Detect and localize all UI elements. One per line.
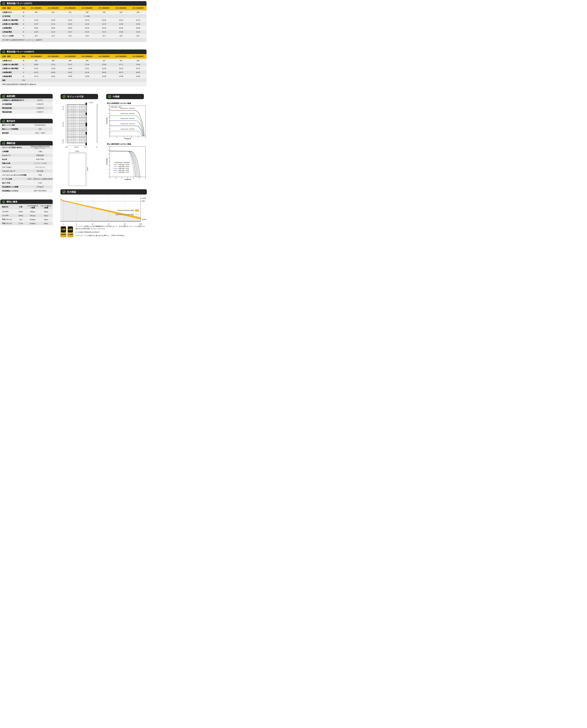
- row-label-small: (長さ×幅×高さ): [14, 147, 22, 148]
- cell-value: 50.60: [113, 27, 130, 29]
- table-row: モジュール寸法(長さ×幅×高さ)2246mmx1185mmx2.5mm（端子ボッ…: [0, 145, 53, 149]
- nmot-footnote: NMOT:放射照度800W/m²,環境温度20℃,風速1m/s: [0, 82, 146, 87]
- badge-years: 25年: [68, 226, 73, 232]
- table-row: ケーブル仕様4mm²，400mmまたは顧客仕様対応: [0, 177, 53, 181]
- iv-curve-chart-irradiance: 010203040500246810121416Voltage [V]Curre…: [106, 105, 146, 140]
- table-row: 公称動作セル最高温度(NMOT)41±2℃: [0, 98, 53, 102]
- row-label: ケーブル仕様: [0, 178, 27, 180]
- side-view-hook: [97, 105, 98, 105]
- value-text: 7.9kg: [38, 151, 42, 152]
- svg-text:20: 20: [123, 137, 125, 138]
- column-header: 単位: [20, 7, 28, 9]
- svg-text:Cells temp. = 40℃: Cells temp. = 40℃: [118, 168, 129, 169]
- row-value: EVA / POE: [27, 158, 53, 160]
- cell-value: 19.7: [96, 35, 113, 37]
- svg-text:10: 10: [92, 223, 93, 225]
- table-row: コンテナ40'HQ700 pcs70pcs: [0, 214, 53, 218]
- row-value: 41±2℃: [27, 99, 53, 101]
- cell-value: 41.89: [28, 19, 45, 21]
- cell-value: 45.90: [130, 71, 146, 73]
- value-text: 2246mmx1185mmx2.5mm: [31, 146, 49, 147]
- svg-text:6: 6: [109, 124, 109, 125]
- cell-value: 350pcs: [26, 211, 39, 212]
- value-text: 0.5m: [38, 182, 42, 184]
- svg-text:Cells temp. = 25℃: Cells temp. = 25℃: [111, 106, 121, 108]
- cell-value: 12.30: [78, 23, 96, 25]
- stc-section-header: 電気性能パラメータ(STC): [0, 1, 146, 6]
- section-header: 梱包と輸送: [0, 200, 53, 204]
- section-title: 温度係数: [7, 95, 15, 97]
- table-row: 公称短絡電流A10.7610.8110.8510.8910.9310.9610.…: [0, 74, 146, 78]
- cell-value: 70pcs: [39, 223, 53, 224]
- row-label: 公称動作セル最高温度(NMOT): [0, 99, 27, 101]
- row-label: モジュール寸法(長さ×幅×高さ): [0, 146, 27, 149]
- cell-value: 20.1: [130, 35, 146, 37]
- cell-value: 19.0: [28, 35, 45, 37]
- output-warranty-badge: 25年 出力保証: [67, 226, 73, 237]
- dim-label-top-offset: 50.5±2: [90, 102, 93, 104]
- cell-value: 36.98: [28, 64, 45, 65]
- svg-text:30: 30: [131, 137, 132, 138]
- row-label: 公称最大出力動作電圧: [0, 64, 20, 66]
- cell-value: 10.89: [78, 75, 96, 77]
- svg-text:Cells temp. = 55℃: Cells temp. = 55℃: [118, 169, 129, 171]
- cell-value: 37.56: [96, 64, 113, 65]
- column-header: JY1-72H520PC: [78, 7, 96, 9]
- cell-value: 12.07: [28, 23, 45, 25]
- check-circle-icon: [63, 95, 66, 98]
- cell-value: 50.20: [78, 27, 96, 29]
- warranty-degradation-chart: 100%98%84.8%1510152025年Polyshine Solar出力…: [61, 196, 147, 226]
- check-circle-icon: [2, 2, 5, 5]
- column-header: JY1-72H510PC: [45, 7, 62, 9]
- quality-warranty-badge: 12年 品質保証: [61, 226, 66, 237]
- svg-text:Cells temp. = 10℃: Cells temp. = 10℃: [118, 164, 129, 165]
- table-row: フレームなしフレームレス: [0, 165, 53, 169]
- row-value: 189.7~201.0W/m²: [27, 190, 53, 192]
- cell-value: 10.76: [28, 75, 45, 77]
- cell-value: 37.13: [45, 64, 62, 65]
- column-header: 仕様・型式: [0, 55, 20, 58]
- row-label: 公称開放電圧: [0, 27, 20, 29]
- badge-label: 品質保証: [61, 233, 66, 235]
- cell-value: 13.38: [113, 31, 130, 33]
- row-label: フレームなし: [0, 166, 27, 168]
- svg-text:Incident Irrad. = 1000 W/m²: Incident Irrad. = 1000 W/m²: [120, 108, 135, 109]
- column-header: JY1-72H530PC: [113, 7, 130, 9]
- cell-value: 381: [28, 60, 45, 62]
- cell-value: 12.44: [113, 23, 130, 25]
- cell-value: 40'HQ: [16, 215, 26, 217]
- value-text: IP68: [39, 174, 42, 176]
- operating-conditions-section: 動作条件 最大システム電圧DC1500V(IEC)最大ヒューズ定格電流20A動作…: [0, 119, 53, 135]
- svg-text:25年: 25年: [139, 223, 142, 225]
- chart-title-irradiance: 異なる放射照度におけるI-V曲線: [107, 102, 131, 105]
- junction-box: [86, 123, 87, 126]
- badge-label: 出力保証: [68, 233, 73, 235]
- svg-text:84.8%: 84.8%: [142, 219, 146, 220]
- row-label: モジュール効率: [0, 35, 20, 37]
- row-label: 公称短絡電流: [0, 31, 20, 33]
- svg-text:Incident Irrad. = 800 W/m²: Incident Irrad. = 800 W/m²: [120, 118, 135, 119]
- row-value: P型単結晶: [27, 155, 53, 156]
- column-header: パレットあたり の数量: [39, 205, 53, 209]
- cell-value: 10.38: [45, 68, 62, 69]
- chart-title-temperature: 異なる動作温度におけるI-V曲線: [107, 143, 131, 145]
- svg-text:0: 0: [109, 176, 109, 177]
- packing-column-header-row: 輸送方法仕様コンテナあたり の数量パレットあたり の数量: [0, 204, 53, 209]
- svg-text:50: 50: [145, 137, 146, 138]
- cell-value: 42.04: [45, 19, 62, 21]
- table-row: 出力許容差W0~+5W: [0, 14, 146, 18]
- row-label: 電圧温度係数: [0, 107, 27, 109]
- table-row: 曲がり半径0.5m: [0, 181, 53, 185]
- cell-value: 515: [62, 12, 78, 13]
- dim-label-back-height: 2246±2: [87, 164, 88, 173]
- packing-shipping-section: 梱包と輸送 輸送方法仕様コンテナあたり の数量パレットあたり の数量 コンテナ2…: [0, 200, 53, 225]
- cell-value: 10.81: [45, 75, 62, 77]
- svg-text:0: 0: [109, 136, 109, 137]
- table-row: 公称最大出力W505510515520525530535: [0, 10, 146, 14]
- column-header: 輸送方法: [0, 206, 16, 208]
- badge-years: 12年: [61, 226, 66, 232]
- svg-text:5: 5: [76, 223, 77, 225]
- row-unit: A: [20, 31, 28, 33]
- row-value: 20A: [27, 128, 53, 130]
- cell-value: 10.51: [78, 68, 96, 69]
